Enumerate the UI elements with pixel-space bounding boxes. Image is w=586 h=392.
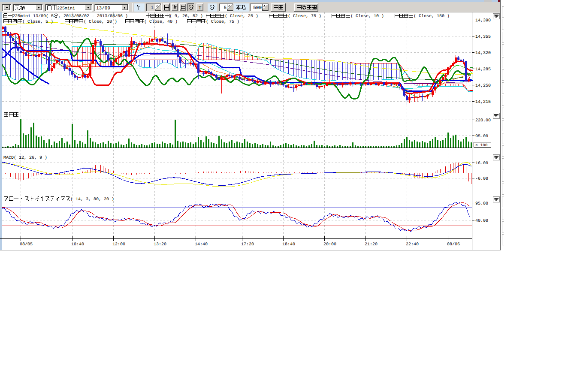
svg-text:225mini: 225mini: [57, 6, 75, 11]
svg-text:14:40: 14:40: [195, 242, 208, 247]
svg-text:500: 500: [253, 6, 262, 11]
svg-text:( Close, 75 ): ( Close, 75 ): [288, 14, 321, 19]
svg-text:( Close, 150 ): ( Close, 150 ): [414, 14, 450, 19]
svg-text:-6.00: -6.00: [475, 177, 488, 181]
svg-text:10:40: 10:40: [71, 242, 84, 247]
svg-text:14,250: 14,250: [475, 84, 491, 88]
svg-text:( Close, 10 ): ( Close, 10 ): [350, 14, 384, 19]
svg-text:( Close, 25 ): ( Close, 25 ): [225, 14, 258, 19]
svg-text:14,285: 14,285: [475, 67, 491, 72]
svg-text:95.00: 95.00: [475, 134, 488, 139]
svg-text:, 2013/08/02 - 2013/08/06 ): , 2013/08/02 - 2013/08/06 ): [58, 14, 128, 19]
svg-text:5: 5: [224, 6, 227, 11]
svg-text:14,320: 14,320: [475, 51, 491, 56]
svg-text:14,390: 14,390: [475, 18, 491, 23]
svg-text:( 9, 26, 52 ): ( 9, 26, 52 ): [169, 14, 203, 19]
svg-text:16.00: 16.00: [475, 161, 488, 166]
svg-text:18:40: 18:40: [282, 242, 295, 247]
svg-text:MACD( 12, 26, 9 ): MACD( 12, 26, 9 ): [3, 155, 47, 160]
svg-text:225mini 13/09( 5: 225mini 13/09( 5: [12, 14, 54, 19]
svg-text:13/09: 13/09: [96, 6, 110, 11]
svg-text:220.00: 220.00: [475, 118, 491, 123]
svg-text:40.00: 40.00: [475, 219, 488, 223]
svg-text:( 14, 3, 80, 20 ): ( 14, 3, 80, 20 ): [70, 197, 114, 202]
svg-text:20:00: 20:00: [323, 242, 336, 247]
svg-text:95.00: 95.00: [475, 202, 488, 206]
svg-text:( Close, 40 ): ( Close, 40 ): [144, 19, 178, 24]
svg-text:( Close, 75 ): ( Close, 75 ): [206, 19, 239, 24]
svg-text:12:00: 12:00: [112, 242, 125, 247]
svg-text:17:20: 17:20: [241, 242, 254, 247]
svg-text:13:20: 13:20: [154, 242, 166, 247]
svg-text:× 100: × 100: [475, 143, 488, 148]
svg-text:08/05: 08/05: [20, 242, 33, 247]
svg-text:08/06: 08/06: [447, 242, 460, 247]
svg-text:T: T: [198, 5, 201, 11]
svg-text:( Close, 5 ): ( Close, 5 ): [22, 19, 53, 24]
svg-text:14,215: 14,215: [475, 100, 491, 105]
svg-text:21:20: 21:20: [365, 242, 378, 247]
svg-text:( Close, 20 ): ( Close, 20 ): [84, 19, 117, 24]
svg-text:14,355: 14,355: [475, 35, 491, 39]
svg-text:22:40: 22:40: [406, 242, 419, 247]
svg-text:1: 1: [151, 6, 154, 11]
